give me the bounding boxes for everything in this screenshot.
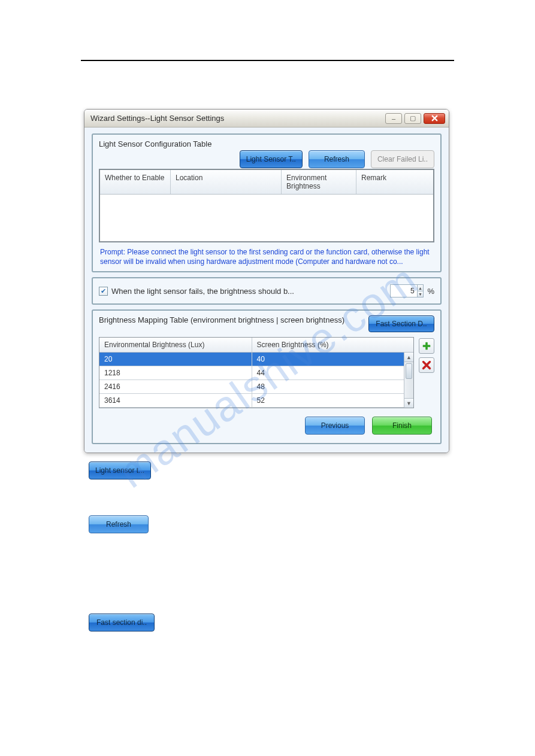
cell-env-brightness: 3614 bbox=[99, 394, 252, 407]
inline-light-sensor-test-button[interactable]: Light sensor t... bbox=[89, 462, 151, 479]
inline-refresh-block: Refresh bbox=[89, 515, 535, 533]
prompt-text: Prompt: Please connect the light sensor … bbox=[99, 247, 434, 266]
scroll-down-icon[interactable]: ▼ bbox=[404, 398, 413, 408]
delete-row-button[interactable] bbox=[419, 357, 434, 373]
percent-label: % bbox=[427, 287, 434, 296]
col-header-location[interactable]: Location bbox=[171, 170, 282, 194]
light-sensor-config-panel: Light Sensor Configuration Table Light S… bbox=[92, 133, 442, 272]
col-header-remark[interactable]: Remark bbox=[356, 170, 433, 194]
brightness-spinner[interactable]: ▲ ▼ bbox=[390, 284, 424, 297]
delete-icon bbox=[421, 360, 432, 371]
refresh-button[interactable]: Refresh bbox=[309, 150, 365, 168]
mapping-body-wrap: 2040121844241648361452 ▲ ▼ bbox=[99, 353, 413, 408]
fast-section-button[interactable]: Fast Section D.. bbox=[368, 315, 434, 332]
inline-fast-section-button[interactable]: Fast section di.. bbox=[89, 614, 155, 631]
spinner-buttons: ▲ ▼ bbox=[417, 285, 424, 297]
brightness-input[interactable] bbox=[391, 285, 416, 297]
minimize-button[interactable]: – bbox=[385, 113, 402, 124]
inline-fast-section-block: Fast section di.. bbox=[89, 614, 535, 631]
plus-icon bbox=[421, 341, 432, 351]
mapping-header-row: Brightness Mapping Table (environment br… bbox=[99, 315, 434, 332]
col-header-env-brightness[interactable]: Environmental Brightness (Lux) bbox=[99, 338, 252, 352]
previous-button[interactable]: Previous bbox=[305, 417, 365, 435]
table-row[interactable]: 2040 bbox=[99, 353, 404, 366]
cell-env-brightness: 20 bbox=[99, 353, 252, 366]
col-header-environment[interactable]: Environment Brightness bbox=[282, 170, 356, 194]
spinner-down[interactable]: ▼ bbox=[417, 292, 424, 297]
wizard-dialog: Wizard Settings--Light Sensor Settings –… bbox=[84, 109, 449, 453]
window-controls: – ▢ bbox=[385, 113, 445, 124]
mapping-label: Brightness Mapping Table (environment br… bbox=[99, 315, 344, 324]
fail-label: When the light sensor fails, the brightn… bbox=[111, 287, 386, 296]
config-section-title: Light Sensor Configuration Table bbox=[99, 139, 434, 148]
finish-button[interactable]: Finish bbox=[372, 417, 432, 435]
svg-rect-1 bbox=[423, 345, 431, 348]
fail-brightness-panel: ✔ When the light sensor fails, the brigh… bbox=[92, 277, 442, 305]
col-header-screen-brightness[interactable]: Screen Brightness (%) bbox=[252, 338, 404, 352]
scroll-thumb[interactable] bbox=[406, 363, 412, 379]
config-table-header: Whether to Enable Location Environment B… bbox=[100, 170, 433, 195]
scroll-up-icon[interactable]: ▲ bbox=[404, 353, 413, 362]
cell-screen-brightness: 52 bbox=[252, 394, 404, 407]
inline-refresh-button[interactable]: Refresh bbox=[89, 515, 149, 533]
close-button[interactable] bbox=[424, 113, 445, 124]
close-icon bbox=[431, 115, 438, 122]
mapping-table: Environmental Brightness (Lux) Screen Br… bbox=[99, 337, 414, 408]
top-rule bbox=[81, 60, 454, 61]
light-sensor-test-button[interactable]: Light Sensor T.. bbox=[240, 150, 303, 168]
config-table: Whether to Enable Location Environment B… bbox=[99, 169, 434, 242]
cell-env-brightness: 2416 bbox=[99, 380, 252, 393]
maximize-button[interactable]: ▢ bbox=[404, 113, 421, 124]
titlebar: Wizard Settings--Light Sensor Settings –… bbox=[84, 110, 449, 127]
spinner-up[interactable]: ▲ bbox=[417, 285, 424, 292]
table-row[interactable]: 241648 bbox=[99, 380, 404, 394]
fail-checkbox[interactable]: ✔ bbox=[99, 287, 108, 296]
mapping-scrollbar[interactable]: ▲ ▼ bbox=[404, 353, 413, 408]
add-row-button[interactable] bbox=[419, 338, 434, 354]
table-row[interactable]: 361452 bbox=[99, 394, 404, 408]
table-row[interactable]: 121844 bbox=[99, 366, 404, 380]
minimize-icon: – bbox=[392, 115, 395, 122]
dialog-title: Wizard Settings--Light Sensor Settings bbox=[90, 114, 224, 123]
mapping-table-header: Environmental Brightness (Lux) Screen Br… bbox=[99, 338, 413, 353]
dialog-body: Light Sensor Configuration Table Light S… bbox=[84, 127, 449, 453]
cell-screen-brightness: 40 bbox=[252, 353, 404, 366]
check-icon: ✔ bbox=[101, 288, 106, 294]
config-table-body bbox=[100, 195, 433, 241]
brightness-mapping-panel: Brightness Mapping Table (environment br… bbox=[92, 309, 442, 444]
mapping-table-body: 2040121844241648361452 bbox=[99, 353, 413, 408]
config-button-row: Light Sensor T.. Refresh Clear Failed Li… bbox=[240, 150, 434, 168]
col-header-enable[interactable]: Whether to Enable bbox=[100, 170, 171, 194]
dialog-footer: Previous Finish bbox=[99, 408, 434, 437]
mapping-grid: Environmental Brightness (Lux) Screen Br… bbox=[99, 337, 434, 408]
mapping-side-buttons bbox=[419, 337, 434, 373]
cell-screen-brightness: 44 bbox=[252, 366, 404, 379]
cell-screen-brightness: 48 bbox=[252, 380, 404, 393]
cell-env-brightness: 1218 bbox=[99, 366, 252, 379]
maximize-icon: ▢ bbox=[410, 114, 416, 122]
inline-light-sensor-block: Light sensor t... bbox=[89, 462, 535, 479]
clear-failed-button[interactable]: Clear Failed Li.. bbox=[371, 150, 434, 168]
